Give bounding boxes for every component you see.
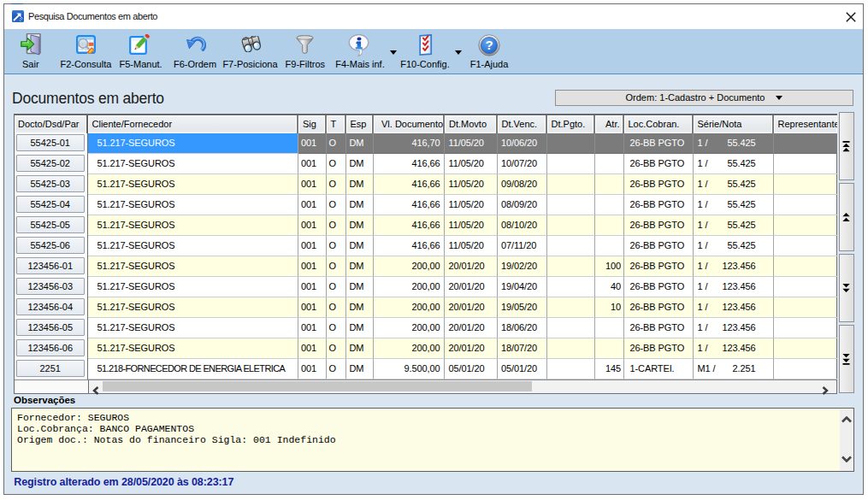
svg-text:?: ? xyxy=(485,38,493,52)
